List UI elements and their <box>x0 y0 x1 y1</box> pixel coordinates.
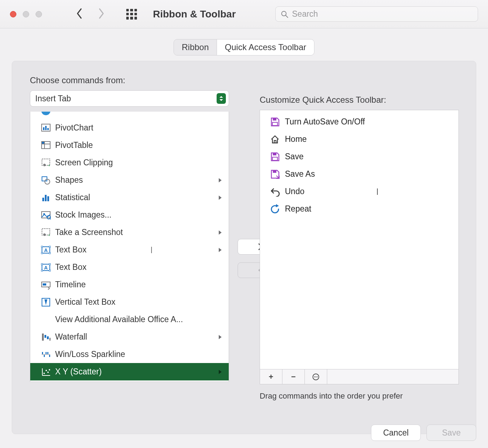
command-label: Text Box <box>55 245 86 255</box>
preferences-panel: Choose commands from: Insert Tab PivotCh… <box>12 61 476 434</box>
svg-rect-10 <box>42 142 44 144</box>
qat-list[interactable]: Turn AutoSave On/OffHomeSaveSave AsUndoR… <box>260 110 459 369</box>
home-icon <box>270 134 280 144</box>
command-item[interactable]: AText Box <box>30 258 229 276</box>
svg-point-24 <box>43 233 46 236</box>
svg-rect-17 <box>45 195 47 201</box>
qat-item[interactable]: Undo <box>260 183 458 200</box>
blank-icon <box>41 315 51 325</box>
command-item[interactable]: Stock Images... <box>30 206 229 224</box>
search-box[interactable] <box>275 6 478 22</box>
vertical-textbox-icon <box>41 297 51 307</box>
tab-ribbon[interactable]: Ribbon <box>174 39 217 55</box>
timeline-icon <box>41 280 51 290</box>
nav-arrows <box>76 7 105 21</box>
svg-rect-49 <box>47 352 48 354</box>
command-item[interactable]: Win/Loss Sparkline <box>30 346 229 363</box>
submenu-chevron-icon <box>218 228 222 237</box>
submenu-chevron-icon <box>218 332 222 342</box>
show-all-icon[interactable] <box>126 9 137 20</box>
dropdown-stepper-icon <box>217 93 226 104</box>
qat-item[interactable]: Turn AutoSave On/Off <box>260 113 458 130</box>
svg-text:+: + <box>48 163 50 167</box>
command-item[interactable]: View Additional Available Office A... <box>30 311 229 328</box>
tab-group: Ribbon Quick Access Toolbar <box>174 39 314 55</box>
svg-point-54 <box>46 370 47 371</box>
svg-line-22 <box>50 218 51 219</box>
svg-rect-14 <box>42 177 47 181</box>
commands-list[interactable]: PivotChartPivotTable+Screen ClippingShap… <box>30 112 229 382</box>
zoom-window-button[interactable] <box>36 11 42 17</box>
pivotchart-icon <box>41 123 51 133</box>
command-item[interactable]: X Y (Scatter) <box>30 363 229 380</box>
footer-buttons: Cancel Save <box>371 425 476 441</box>
svg-rect-35 <box>49 263 51 265</box>
svg-line-1 <box>286 15 288 17</box>
tab-quick-access-toolbar[interactable]: Quick Access Toolbar <box>217 39 314 55</box>
svg-rect-39 <box>43 283 46 286</box>
svg-point-56 <box>49 369 50 370</box>
svg-rect-4 <box>43 127 44 130</box>
command-label: Screen Clipping <box>55 158 113 167</box>
minimize-window-button[interactable] <box>23 11 29 17</box>
command-item[interactable] <box>30 112 229 119</box>
command-label: View Additional Available Office A... <box>55 315 183 324</box>
qat-item[interactable]: Home <box>260 130 458 148</box>
save-icon <box>270 152 280 162</box>
qat-remove-button[interactable]: − <box>282 369 305 384</box>
svg-rect-43 <box>47 336 49 339</box>
textbox-icon: A <box>41 245 51 255</box>
search-input[interactable] <box>292 9 473 19</box>
svg-rect-57 <box>273 118 276 121</box>
command-item[interactable]: Vertical Text Box <box>30 293 229 311</box>
command-label: Win/Loss Sparkline <box>55 350 125 359</box>
statistical-icon <box>41 193 51 203</box>
search-icon <box>281 10 288 18</box>
command-label: Timeline <box>55 280 86 289</box>
command-label: PivotTable <box>55 140 93 150</box>
commands-source-dropdown[interactable]: Insert Tab <box>30 90 229 107</box>
command-item[interactable]: PivotChart <box>30 119 229 137</box>
command-item[interactable]: Statistical <box>30 189 229 206</box>
svg-rect-28 <box>41 246 43 247</box>
forward-button[interactable] <box>97 7 105 21</box>
svg-rect-41 <box>42 334 44 341</box>
screenshot-icon: + <box>41 228 51 238</box>
svg-rect-47 <box>44 355 45 357</box>
cancel-button[interactable]: Cancel <box>371 425 421 441</box>
command-item[interactable]: Shapes <box>30 171 229 189</box>
svg-rect-61 <box>272 157 277 160</box>
svg-rect-30 <box>41 252 43 254</box>
qat-item[interactable]: Save As <box>260 165 458 183</box>
command-label: Waterfall <box>55 332 87 342</box>
split-indicator <box>377 188 378 195</box>
close-window-button[interactable] <box>10 11 16 17</box>
svg-rect-37 <box>49 270 51 271</box>
svg-rect-50 <box>49 355 50 357</box>
save-button[interactable]: Save <box>426 425 476 441</box>
qat-more-button[interactable] <box>305 369 327 384</box>
svg-text:+: + <box>48 233 50 237</box>
command-item[interactable]: PivotTable <box>30 137 229 154</box>
svg-text:A: A <box>44 247 48 253</box>
command-item[interactable]: Waterfall <box>30 328 229 346</box>
qat-item[interactable]: Save <box>260 148 458 165</box>
submenu-chevron-icon <box>218 193 222 202</box>
circle-partial-icon <box>41 112 51 116</box>
autosave-icon <box>270 117 280 127</box>
command-item[interactable]: Timeline <box>30 276 229 293</box>
command-item[interactable]: +Take a Screenshot <box>30 224 229 241</box>
tab-strip: Ribbon Quick Access Toolbar <box>0 28 488 55</box>
command-label: Take a Screenshot <box>55 228 123 237</box>
qat-add-button[interactable]: + <box>260 369 282 384</box>
command-item[interactable]: AText Box <box>30 241 229 258</box>
qat-item[interactable]: Repeat <box>260 200 458 218</box>
submenu-chevron-icon <box>218 245 222 255</box>
commands-from-label: Choose commands from: <box>30 75 229 85</box>
back-button[interactable] <box>76 7 84 21</box>
undo-icon <box>270 187 280 197</box>
waterfall-icon <box>41 332 51 342</box>
qat-item-label: Save <box>285 152 303 161</box>
svg-point-65 <box>315 376 317 377</box>
command-item[interactable]: +Screen Clipping <box>30 154 229 171</box>
